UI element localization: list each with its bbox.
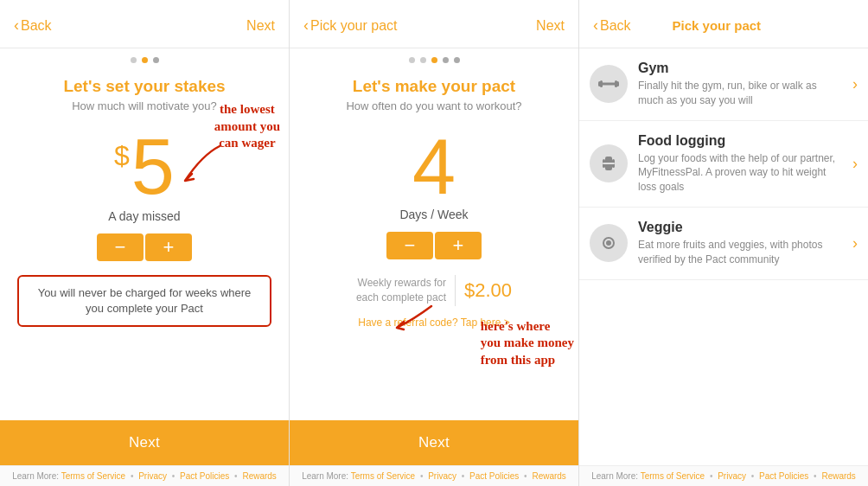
food-desc: Log your foods with the help of our part… — [638, 151, 842, 195]
pick-pact-back-label: Back — [600, 18, 631, 34]
pact-heading: Let's make your pact — [353, 77, 515, 96]
stakes-footer-rewards[interactable]: Rewards — [242, 471, 276, 481]
pick-pact-chevron-icon: ‹ — [593, 16, 598, 35]
pact-footer-learn-more: Learn More: — [302, 471, 348, 481]
food-text: Food logging Log your foods with the hel… — [638, 133, 842, 195]
stake-value: 5 — [131, 128, 175, 206]
gym-desc: Finally hit the gym, run, bike or walk a… — [638, 79, 842, 108]
pact-back-button[interactable]: ‹ Pick your pact — [303, 16, 397, 35]
stakes-subheading: How much will motivate you? — [72, 99, 217, 112]
rewards-amount: $2.00 — [464, 279, 512, 302]
pick-pact-footer-privacy[interactable]: Privacy — [718, 471, 746, 481]
stakes-panel: ‹ Back Next Let's set your stakes How mu… — [0, 0, 290, 486]
pact-list: Gym Finally hit the gym, run, bike or wa… — [579, 48, 868, 465]
pick-pact-back-button[interactable]: ‹ Back — [593, 16, 631, 35]
svg-rect-5 — [616, 81, 619, 86]
stakes-annotation-arrow — [168, 137, 237, 198]
increase-days-button[interactable]: + — [435, 232, 482, 259]
veggie-name: Veggie — [638, 220, 842, 235]
pick-pact-footer-tos[interactable]: Terms of Service — [641, 471, 705, 481]
pact-footer-pact-policies[interactable]: Pact Policies — [469, 471, 519, 481]
pact-item-gym[interactable]: Gym Finally hit the gym, run, bike or wa… — [579, 48, 868, 121]
pact-dots — [290, 48, 578, 68]
dollar-sign: $ — [114, 140, 130, 172]
stakes-footer-privacy[interactable]: Privacy — [138, 471, 167, 481]
stakes-footer: Learn More: Terms of Service • Privacy •… — [0, 465, 289, 486]
back-chevron-icon: ‹ — [14, 16, 19, 35]
stakes-footer-pact-policies[interactable]: Pact Policies — [180, 471, 229, 481]
pick-pact-panel: ‹ Back Pick your pact Gym Finally hit — [579, 0, 868, 486]
svg-rect-4 — [598, 81, 601, 86]
pdot-2 — [420, 57, 426, 63]
pick-pact-footer-pact-policies[interactable]: Pact Policies — [759, 471, 808, 481]
veggie-text: Veggie Eat more fruits and veggies, with… — [638, 220, 842, 267]
veggie-icon — [590, 224, 628, 262]
gym-name: Gym — [638, 61, 842, 76]
no-charge-text: You will never be charged for weeks wher… — [38, 286, 252, 315]
gym-svg-icon — [597, 72, 621, 96]
pdot-5 — [454, 57, 460, 63]
increase-amount-button[interactable]: + — [145, 233, 192, 261]
dot-3 — [153, 57, 159, 63]
stake-amount-display: $ 5 — [114, 128, 175, 206]
decrease-amount-button[interactable]: − — [97, 233, 144, 261]
pick-pact-footer-learn-more: Learn More: — [591, 471, 638, 481]
days-value: 4 — [412, 128, 456, 206]
stakes-heading: Let's set your stakes — [63, 77, 225, 96]
pact-next-nav[interactable]: Next — [536, 18, 565, 34]
days-label: Days / Week — [399, 208, 468, 221]
veggie-svg-icon — [597, 231, 621, 255]
dot-1 — [131, 57, 137, 63]
per-day-label: A day missed — [108, 209, 180, 223]
pact-footer-tos[interactable]: Terms of Service — [351, 471, 415, 481]
pact-next-nav-label: Next — [536, 18, 565, 34]
stakes-footer-learn-more: Learn More: — [12, 471, 59, 481]
pdot-4 — [443, 57, 449, 63]
stakes-next-button[interactable]: Next — [0, 420, 289, 465]
stakes-nav-bar: ‹ Back Next — [0, 0, 289, 48]
dot-2 — [142, 57, 148, 63]
svg-rect-1 — [601, 83, 616, 86]
pact-back-label: Pick your pact — [310, 18, 397, 34]
decrease-days-button[interactable]: − — [386, 232, 433, 259]
pick-pact-title: Pick your pact — [673, 18, 762, 33]
rewards-label: Weekly rewards foreach complete pact — [356, 276, 446, 305]
pact-next-button[interactable]: Next — [290, 420, 578, 465]
no-charge-info-box: You will never be charged for weeks wher… — [17, 275, 271, 327]
rewards-row: Weekly rewards foreach complete pact $2.… — [356, 275, 512, 306]
pact-item-food[interactable]: Food logging Log your foods with the hel… — [579, 121, 868, 208]
pact-item-veggie[interactable]: Veggie Eat more fruits and veggies, with… — [579, 208, 868, 280]
stakes-content: Let's set your stakes How much will moti… — [0, 68, 289, 420]
food-chevron-icon: › — [852, 155, 858, 173]
food-icon — [590, 144, 628, 182]
pact-back-chevron-icon: ‹ — [303, 16, 309, 35]
pact-footer: Learn More: Terms of Service • Privacy •… — [290, 465, 578, 486]
pick-pact-nav-bar: ‹ Back Pick your pact — [579, 0, 868, 48]
veggie-chevron-icon: › — [852, 234, 858, 253]
stakes-footer-tos[interactable]: Terms of Service — [61, 471, 125, 481]
pact-content: Let's make your pact How often do you wa… — [290, 68, 578, 420]
veggie-desc: Eat more fruits and veggies, with photos… — [638, 238, 842, 267]
pdot-3 — [431, 57, 437, 63]
stakes-annotation: the lowestamount youcan wager — [214, 101, 280, 152]
gym-text: Gym Finally hit the gym, run, bike or wa… — [638, 61, 842, 108]
rewards-divider — [455, 275, 456, 306]
amount-stepper: − + — [97, 233, 192, 261]
pact-panel: ‹ Pick your pact Next Let's make your pa… — [290, 0, 579, 486]
pact-footer-rewards[interactable]: Rewards — [532, 471, 565, 481]
svg-rect-10 — [603, 163, 615, 164]
stakes-back-button[interactable]: ‹ Back — [14, 16, 52, 35]
stakes-dots — [0, 48, 289, 68]
referral-link[interactable]: Have a referral code? Tap here > — [358, 317, 510, 329]
stakes-back-label: Back — [21, 18, 52, 34]
gym-chevron-icon: › — [852, 75, 858, 93]
pick-pact-footer-rewards[interactable]: Rewards — [821, 471, 855, 481]
pdot-1 — [409, 57, 415, 63]
stakes-next-nav[interactable]: Next — [246, 18, 275, 34]
stakes-next-nav-label: Next — [246, 18, 275, 34]
pick-pact-footer: Learn More: Terms of Service • Privacy •… — [579, 465, 868, 486]
pact-footer-privacy[interactable]: Privacy — [428, 471, 456, 481]
food-name: Food logging — [638, 133, 842, 149]
food-svg-icon — [597, 151, 621, 176]
pact-subheading: How often do you want to workout? — [346, 99, 521, 112]
